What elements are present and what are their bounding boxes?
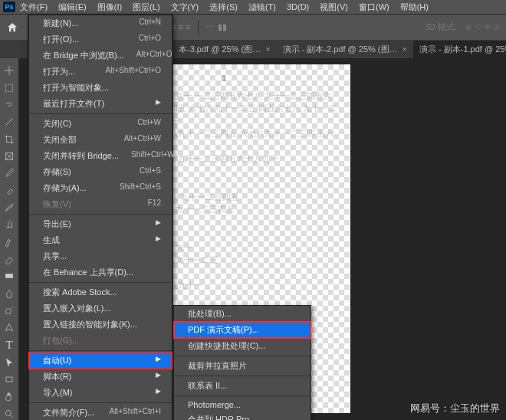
svg-rect-0 [5, 84, 12, 91]
close-icon[interactable]: × [265, 44, 270, 54]
menu-view[interactable]: 视图(V) [320, 2, 348, 13]
menu-item[interactable]: 新建(N)...Ctrl+N [29, 15, 172, 31]
menu-item[interactable]: 搜索 Adobe Stock... [29, 284, 172, 300]
menu-item[interactable]: 导出(E)▶ [29, 216, 172, 232]
menu-layer[interactable]: 图层(L) [133, 2, 159, 13]
path-selection-icon[interactable] [2, 356, 16, 369]
menu-item[interactable]: 生成▶ [29, 232, 172, 248]
pen-tool-icon[interactable] [2, 321, 16, 333]
move-tool-icon[interactable] [2, 64, 16, 77]
submenu-item[interactable]: 裁剪并拉直照片 [174, 358, 310, 374]
menu-item[interactable]: 导入(M)▶ [29, 385, 172, 401]
tab-1[interactable]: 本-3.pdf @ 25% (图…× [172, 41, 277, 58]
3d-mode-label: 3D 模式: [425, 21, 457, 33]
menu-3d[interactable]: 3D(D) [287, 2, 309, 11]
menu-file[interactable]: 文件(F) [20, 2, 48, 13]
close-icon[interactable]: × [402, 44, 407, 54]
distribute-controls[interactable]: ⋯ ▮▮ [206, 22, 226, 32]
svg-point-3 [5, 309, 11, 314]
3d-mode-icons[interactable]: ◉ ⟲ ✥ ⊞ [465, 22, 500, 32]
file-menu-dropdown: 新建(N)...Ctrl+N打开(O)...Ctrl+O在 Bridge 中浏览… [28, 14, 173, 420]
menu-item[interactable]: 打开(O)...Ctrl+O [29, 31, 172, 48]
menu-window[interactable]: 窗口(W) [359, 2, 389, 13]
submenu-item[interactable]: 创建快捷批处理(C)... [174, 338, 310, 354]
menu-item[interactable]: 置入链接的智能对象(K)... [29, 317, 172, 333]
submenu-item[interactable]: 联系表 II... [174, 378, 310, 394]
blur-tool-icon[interactable] [2, 287, 16, 299]
menu-item[interactable]: 置入嵌入对象(L)... [29, 300, 172, 317]
menu-item[interactable]: 文件简介(F)...Alt+Shift+Ctrl+I [29, 405, 172, 420]
submenu-item[interactable]: PDF 演示文稿(P)... [174, 322, 310, 338]
ps-logo: Ps [3, 2, 15, 12]
menu-select[interactable]: 选择(S) [209, 2, 238, 13]
dodge-tool-icon[interactable] [2, 304, 16, 317]
menu-item[interactable]: 在 Bridge 中浏览(B)...Alt+Ctrl+O [29, 48, 172, 64]
right-panel-area [429, 58, 506, 420]
menu-item: 打包(G)... [29, 333, 172, 349]
submenu-item[interactable]: 合并到 HDR Pro... [174, 412, 310, 420]
separator [198, 20, 199, 35]
menu-item[interactable]: 在 Behance 上共享(D)... [29, 264, 172, 281]
menu-edit[interactable]: 编辑(E) [58, 2, 87, 13]
svg-point-5 [5, 410, 11, 415]
lasso-tool-icon[interactable] [2, 99, 16, 111]
crop-tool-icon[interactable] [2, 133, 16, 145]
menu-item[interactable]: 最近打开文件(T)▶ [29, 96, 172, 112]
gradient-tool-icon[interactable] [2, 270, 16, 282]
menu-help[interactable]: 帮助(H) [400, 2, 429, 13]
menu-item[interactable]: 关闭全部Alt+Ctrl+W [29, 132, 172, 148]
rectangle-tool-icon[interactable] [2, 373, 16, 386]
submenu-item[interactable]: 批处理(B)... [174, 306, 310, 322]
menu-image[interactable]: 图像(I) [97, 2, 122, 13]
menu-item[interactable]: 共享... [29, 248, 172, 264]
tab-2[interactable]: 演示 - 副本-2.pdf @ 25% (图…× [277, 41, 413, 58]
marquee-tool-icon[interactable] [2, 81, 16, 94]
svg-rect-2 [5, 274, 12, 278]
frame-tool-icon[interactable] [2, 150, 16, 162]
automate-submenu: 批处理(B)...PDF 演示文稿(P)...创建快捷批处理(C)...裁剪并拉… [173, 305, 311, 420]
menu-item[interactable]: 关闭(C)Ctrl+W [29, 116, 172, 132]
menu-type[interactable]: 文字(Y) [171, 2, 199, 13]
type-tool-icon[interactable]: T [2, 339, 16, 352]
menu-item[interactable]: 打开为...Alt+Shift+Ctrl+O [29, 64, 172, 80]
menu-item[interactable]: 脚本(R)▶ [29, 369, 172, 385]
menu-item[interactable]: 打开为智能对象... [29, 80, 172, 96]
menu-filter[interactable]: 滤镜(T) [248, 2, 276, 13]
submenu-item[interactable]: Photomerge... [174, 398, 310, 412]
magic-wand-icon[interactable] [2, 116, 16, 128]
healing-brush-icon[interactable] [2, 184, 16, 196]
watermark: 网易号：尘玉的世界 [410, 402, 500, 415]
brush-tool-icon[interactable] [2, 202, 16, 214]
home-icon[interactable] [5, 20, 20, 35]
tool-panel: T [0, 58, 18, 420]
menu-item[interactable]: 存储为(A)...Shift+Ctrl+S [29, 180, 172, 196]
menu-item[interactable]: 存储(S)Ctrl+S [29, 164, 172, 180]
menu-item[interactable]: 自动(U)▶ [29, 353, 172, 369]
zoom-tool-icon[interactable] [2, 408, 16, 420]
clone-stamp-icon[interactable] [2, 218, 16, 231]
menubar: Ps 文件(F) 编辑(E) 图像(I) 图层(L) 文字(Y) 选择(S) 滤… [0, 0, 506, 14]
eyedropper-icon[interactable] [2, 167, 16, 179]
tab-3-active[interactable]: 演示 - 副本-1.pdf @ 25% (图层… [413, 41, 506, 58]
eraser-tool-icon[interactable] [2, 253, 16, 265]
svg-rect-4 [6, 377, 12, 382]
history-brush-icon[interactable] [2, 235, 16, 248]
menu-item: 恢复(V)F12 [29, 196, 172, 212]
hand-tool-icon[interactable] [2, 390, 16, 402]
menu-item[interactable]: 关闭并转到 Bridge...Shift+Ctrl+W [29, 148, 172, 164]
